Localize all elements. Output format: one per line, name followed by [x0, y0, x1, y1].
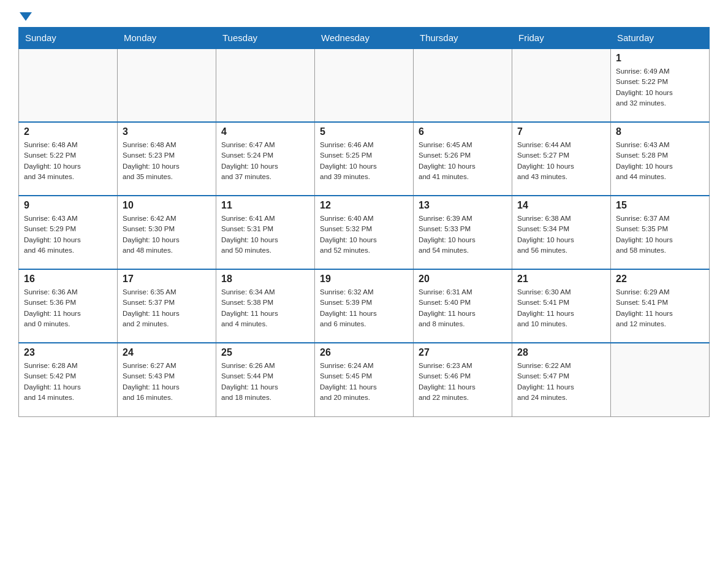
calendar-cell: 2Sunrise: 6:48 AMSunset: 5:22 PMDaylight…	[19, 122, 118, 196]
col-header-monday: Monday	[118, 28, 216, 49]
calendar-cell: 20Sunrise: 6:31 AMSunset: 5:40 PMDayligh…	[414, 269, 512, 343]
calendar-cell: 3Sunrise: 6:48 AMSunset: 5:23 PMDaylight…	[118, 122, 216, 196]
col-header-wednesday: Wednesday	[315, 28, 414, 49]
day-info: Sunrise: 6:24 AMSunset: 5:45 PMDaylight:…	[320, 361, 408, 403]
week-row-1: 1Sunrise: 6:49 AMSunset: 5:22 PMDaylight…	[19, 48, 710, 122]
day-info: Sunrise: 6:31 AMSunset: 5:40 PMDaylight:…	[419, 287, 507, 329]
calendar-cell: 18Sunrise: 6:34 AMSunset: 5:38 PMDayligh…	[216, 269, 315, 343]
day-info: Sunrise: 6:43 AMSunset: 5:28 PMDaylight:…	[616, 140, 704, 182]
calendar-cell: 1Sunrise: 6:49 AMSunset: 5:22 PMDaylight…	[611, 48, 710, 122]
day-number: 2	[24, 126, 112, 137]
calendar-cell	[611, 343, 710, 416]
calendar-cell: 9Sunrise: 6:43 AMSunset: 5:29 PMDaylight…	[19, 196, 118, 269]
calendar-cell: 28Sunrise: 6:22 AMSunset: 5:47 PMDayligh…	[512, 343, 611, 416]
calendar-cell: 16Sunrise: 6:36 AMSunset: 5:36 PMDayligh…	[19, 269, 118, 343]
week-row-4: 16Sunrise: 6:36 AMSunset: 5:36 PMDayligh…	[19, 269, 710, 343]
day-number: 7	[517, 126, 605, 137]
day-number: 9	[24, 200, 112, 211]
day-number: 20	[419, 274, 507, 285]
calendar-cell: 26Sunrise: 6:24 AMSunset: 5:45 PMDayligh…	[315, 343, 414, 416]
day-number: 10	[123, 200, 211, 211]
day-number: 4	[221, 126, 309, 137]
day-number: 15	[616, 200, 704, 211]
calendar-cell: 17Sunrise: 6:35 AMSunset: 5:37 PMDayligh…	[118, 269, 216, 343]
week-row-2: 2Sunrise: 6:48 AMSunset: 5:22 PMDaylight…	[19, 122, 710, 196]
calendar-cell: 12Sunrise: 6:40 AMSunset: 5:32 PMDayligh…	[315, 196, 414, 269]
col-header-saturday: Saturday	[611, 28, 710, 49]
day-info: Sunrise: 6:27 AMSunset: 5:43 PMDaylight:…	[123, 361, 211, 403]
day-number: 27	[419, 347, 507, 358]
calendar-cell: 23Sunrise: 6:28 AMSunset: 5:42 PMDayligh…	[19, 343, 118, 416]
calendar-cell: 13Sunrise: 6:39 AMSunset: 5:33 PMDayligh…	[414, 196, 512, 269]
day-info: Sunrise: 6:44 AMSunset: 5:27 PMDaylight:…	[517, 140, 605, 182]
calendar-cell: 10Sunrise: 6:42 AMSunset: 5:30 PMDayligh…	[118, 196, 216, 269]
day-number: 21	[517, 274, 605, 285]
calendar-table: SundayMondayTuesdayWednesdayThursdayFrid…	[18, 27, 710, 417]
day-number: 13	[419, 200, 507, 211]
calendar-cell	[315, 48, 414, 122]
day-number: 14	[517, 200, 605, 211]
week-row-5: 23Sunrise: 6:28 AMSunset: 5:42 PMDayligh…	[19, 343, 710, 416]
day-number: 25	[221, 347, 309, 358]
day-info: Sunrise: 6:28 AMSunset: 5:42 PMDaylight:…	[24, 361, 112, 403]
day-number: 22	[616, 274, 704, 285]
week-row-3: 9Sunrise: 6:43 AMSunset: 5:29 PMDaylight…	[19, 196, 710, 269]
calendar-cell: 21Sunrise: 6:30 AMSunset: 5:41 PMDayligh…	[512, 269, 611, 343]
day-info: Sunrise: 6:34 AMSunset: 5:38 PMDaylight:…	[221, 287, 309, 329]
day-info: Sunrise: 6:30 AMSunset: 5:41 PMDaylight:…	[517, 287, 605, 329]
day-number: 1	[616, 53, 704, 64]
col-header-thursday: Thursday	[414, 28, 512, 49]
day-number: 28	[517, 347, 605, 358]
logo-triangle-icon	[20, 12, 32, 21]
day-info: Sunrise: 6:48 AMSunset: 5:22 PMDaylight:…	[24, 140, 112, 182]
day-info: Sunrise: 6:47 AMSunset: 5:24 PMDaylight:…	[221, 140, 309, 182]
col-header-tuesday: Tuesday	[216, 28, 315, 49]
day-info: Sunrise: 6:29 AMSunset: 5:41 PMDaylight:…	[616, 287, 704, 329]
calendar-cell	[19, 48, 118, 122]
calendar-cell: 27Sunrise: 6:23 AMSunset: 5:46 PMDayligh…	[414, 343, 512, 416]
day-info: Sunrise: 6:38 AMSunset: 5:34 PMDaylight:…	[517, 213, 605, 256]
day-number: 11	[221, 200, 309, 211]
day-info: Sunrise: 6:35 AMSunset: 5:37 PMDaylight:…	[123, 287, 211, 329]
calendar-cell	[216, 48, 315, 122]
col-header-friday: Friday	[512, 28, 611, 49]
calendar-cell	[414, 48, 512, 122]
calendar-cell: 8Sunrise: 6:43 AMSunset: 5:28 PMDaylight…	[611, 122, 710, 196]
day-number: 23	[24, 347, 112, 358]
calendar-header-row: SundayMondayTuesdayWednesdayThursdayFrid…	[19, 28, 710, 49]
day-info: Sunrise: 6:37 AMSunset: 5:35 PMDaylight:…	[616, 213, 704, 256]
calendar-cell: 15Sunrise: 6:37 AMSunset: 5:35 PMDayligh…	[611, 196, 710, 269]
day-number: 16	[24, 274, 112, 285]
day-number: 17	[123, 274, 211, 285]
calendar-cell: 19Sunrise: 6:32 AMSunset: 5:39 PMDayligh…	[315, 269, 414, 343]
day-info: Sunrise: 6:43 AMSunset: 5:29 PMDaylight:…	[24, 213, 112, 256]
calendar-cell: 25Sunrise: 6:26 AMSunset: 5:44 PMDayligh…	[216, 343, 315, 416]
calendar-cell: 7Sunrise: 6:44 AMSunset: 5:27 PMDaylight…	[512, 122, 611, 196]
col-header-sunday: Sunday	[19, 28, 118, 49]
day-info: Sunrise: 6:45 AMSunset: 5:26 PMDaylight:…	[419, 140, 507, 182]
day-number: 18	[221, 274, 309, 285]
day-info: Sunrise: 6:32 AMSunset: 5:39 PMDaylight:…	[320, 287, 408, 329]
day-info: Sunrise: 6:48 AMSunset: 5:23 PMDaylight:…	[123, 140, 211, 182]
day-number: 12	[320, 200, 408, 211]
day-info: Sunrise: 6:23 AMSunset: 5:46 PMDaylight:…	[419, 361, 507, 403]
day-info: Sunrise: 6:22 AMSunset: 5:47 PMDaylight:…	[517, 361, 605, 403]
calendar-cell	[512, 48, 611, 122]
day-info: Sunrise: 6:36 AMSunset: 5:36 PMDaylight:…	[24, 287, 112, 329]
day-number: 5	[320, 126, 408, 137]
day-info: Sunrise: 6:42 AMSunset: 5:30 PMDaylight:…	[123, 213, 211, 256]
day-number: 19	[320, 274, 408, 285]
day-number: 3	[123, 126, 211, 137]
day-info: Sunrise: 6:40 AMSunset: 5:32 PMDaylight:…	[320, 213, 408, 256]
day-number: 8	[616, 126, 704, 137]
calendar-cell: 4Sunrise: 6:47 AMSunset: 5:24 PMDaylight…	[216, 122, 315, 196]
calendar-cell: 6Sunrise: 6:45 AMSunset: 5:26 PMDaylight…	[414, 122, 512, 196]
page-header	[18, 12, 710, 21]
day-info: Sunrise: 6:26 AMSunset: 5:44 PMDaylight:…	[221, 361, 309, 403]
calendar-cell: 14Sunrise: 6:38 AMSunset: 5:34 PMDayligh…	[512, 196, 611, 269]
day-number: 6	[419, 126, 507, 137]
logo	[18, 12, 32, 21]
day-info: Sunrise: 6:41 AMSunset: 5:31 PMDaylight:…	[221, 213, 309, 256]
day-number: 24	[123, 347, 211, 358]
day-info: Sunrise: 6:49 AMSunset: 5:22 PMDaylight:…	[616, 66, 704, 109]
